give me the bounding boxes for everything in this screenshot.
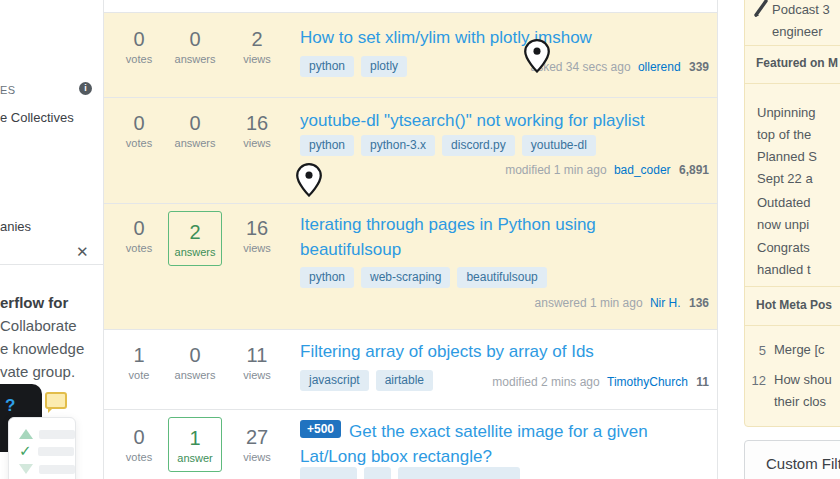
tag[interactable]: web-scraping <box>361 267 450 288</box>
question-meta: asked 34 secs ago ollerend 339 <box>531 60 710 74</box>
user-link[interactable]: TimothyChurch <box>607 375 688 389</box>
close-icon[interactable]: ✕ <box>76 243 89 261</box>
user-reputation: 6,891 <box>679 163 709 177</box>
tag[interactable]: python-3.x <box>361 135 435 156</box>
tag-list <box>300 467 520 479</box>
vote-count: 0 <box>112 425 166 450</box>
views-stat: 2 views <box>230 27 284 65</box>
question-title[interactable]: Get the exact satellite image for a give… <box>300 422 648 466</box>
question-row: 0 votes 1 answer 27 views +500Get the ex… <box>104 410 717 479</box>
votes-label: vote <box>112 369 166 381</box>
question-row: 0 votes 2 answers 16 views Iterating thr… <box>104 204 717 330</box>
question-title[interactable]: Iterating through pages in Python using … <box>300 215 596 259</box>
hot-post-score: 5 <box>748 343 766 358</box>
module-divider <box>745 325 840 326</box>
main-column-right-border <box>717 0 718 479</box>
tag[interactable] <box>300 467 357 479</box>
votes-label: votes <box>112 242 166 254</box>
answers-stat-answered: 1 answer <box>168 417 222 472</box>
tag[interactable]: discord.py <box>442 135 515 156</box>
tag[interactable]: youtube-dl <box>522 135 596 156</box>
teams-ad-text: e knowledge <box>0 337 84 360</box>
answers-stat: 0 answers <box>168 111 222 149</box>
meta-item-line: Congrats <box>757 240 810 255</box>
teams-ad-text: Collaborate <box>0 314 77 337</box>
info-icon[interactable]: i <box>79 82 92 95</box>
user-reputation: 339 <box>689 60 709 74</box>
votes-label: votes <box>112 53 166 65</box>
tag[interactable]: python <box>300 267 354 288</box>
custom-filters-module[interactable]: Custom Filte <box>744 440 840 479</box>
speech-bubble-icon <box>45 392 67 409</box>
featured-on-meta-header: Featured on M <box>756 56 838 70</box>
meta-item-line: Unpinning <box>757 105 816 120</box>
text-placeholder-bar <box>38 447 74 456</box>
user-link[interactable]: bad_coder <box>614 163 671 177</box>
sidebar-divider <box>0 264 103 265</box>
meta-action: answered 1 min ago <box>535 296 643 310</box>
text-placeholder-bar <box>39 430 75 439</box>
meta-item[interactable]: Unpinning top of the <box>757 102 816 146</box>
views-stat: 27 views <box>230 425 284 463</box>
views-label: views <box>230 53 284 65</box>
hot-meta-post[interactable]: How shou their clos <box>774 369 832 413</box>
question-meta: modified 2 mins ago TimothyChurch 11 <box>492 375 709 389</box>
answer-count: 2 <box>169 220 221 245</box>
user-link[interactable]: Nir H. <box>650 296 681 310</box>
view-count: 11 <box>230 343 284 368</box>
meta-item[interactable]: Planned S Sept 22 a <box>757 146 817 190</box>
votes-stat: 0 votes <box>112 216 166 254</box>
votes-stat: 0 votes <box>112 425 166 463</box>
question-row: 0 votes 0 answers 2 views How to set xli… <box>104 13 717 98</box>
module-divider <box>745 83 840 84</box>
view-count: 27 <box>230 425 284 450</box>
tag-list: python plotly <box>300 56 407 77</box>
tag[interactable]: python <box>300 135 354 156</box>
answer-count: 0 <box>168 111 222 136</box>
custom-filters-title: Custom Filte <box>766 455 840 472</box>
answers-stat: 0 answers <box>168 343 222 381</box>
answer-count: 1 <box>169 426 221 451</box>
tag[interactable]: airtable <box>376 370 433 391</box>
module-divider <box>745 286 840 287</box>
question-row: 1 vote 0 answers 11 views Filtering arra… <box>104 330 717 410</box>
teams-ad-card: ✓ <box>8 417 76 479</box>
votes-stat: 0 votes <box>112 27 166 65</box>
meta-item-podcast[interactable]: Podcast 3 engineer <box>772 0 830 43</box>
tag[interactable]: python <box>300 56 354 77</box>
sidebar-item-explore-collectives[interactable]: e Collectives <box>0 110 74 125</box>
meta-item-line: top of the <box>757 127 811 142</box>
votes-stat: 0 votes <box>112 111 166 149</box>
question-title[interactable]: Filtering array of objects by array of I… <box>300 342 594 361</box>
location-pin-icon <box>523 39 551 73</box>
tag[interactable] <box>398 467 520 479</box>
answers-label: answers <box>168 369 222 381</box>
tag[interactable]: beautifulsoup <box>457 267 546 288</box>
question-meta: answered 1 min ago Nir H. 136 <box>535 296 709 310</box>
stackoverflow-questions-page: ES i e Collectives anies ✕ erflow for Co… <box>0 0 840 479</box>
answer-count: 0 <box>168 343 222 368</box>
tag[interactable]: plotly <box>361 56 407 77</box>
answers-stat-answered: 2 answers <box>168 211 222 266</box>
hot-post-line: their clos <box>774 394 826 409</box>
tag[interactable] <box>364 467 391 479</box>
meta-item-line: Sept 22 a <box>757 171 813 186</box>
tag[interactable]: javascript <box>300 370 369 391</box>
module-divider <box>745 45 840 46</box>
views-label: views <box>230 242 284 254</box>
answers-label: answer <box>169 452 221 464</box>
meta-item-line: Planned S <box>757 149 817 164</box>
views-stat: 11 views <box>230 343 284 381</box>
answers-stat: 0 answers <box>168 27 222 65</box>
sidebar-item-companies[interactable]: anies <box>0 219 31 234</box>
question-title[interactable]: youtube-dl "ytsearch()" not working for … <box>300 111 645 130</box>
user-link[interactable]: ollerend <box>638 60 681 74</box>
card-row <box>19 463 75 475</box>
views-label: views <box>230 137 284 149</box>
meta-item[interactable]: Congrats handled t <box>757 237 811 281</box>
tag-list: python python-3.x discord.py youtube-dl <box>300 135 596 156</box>
views-label: views <box>230 369 284 381</box>
vote-count: 0 <box>112 111 166 136</box>
hot-meta-post[interactable]: Merge [c <box>774 339 825 361</box>
meta-item[interactable]: Outdated now unpi <box>757 192 811 236</box>
